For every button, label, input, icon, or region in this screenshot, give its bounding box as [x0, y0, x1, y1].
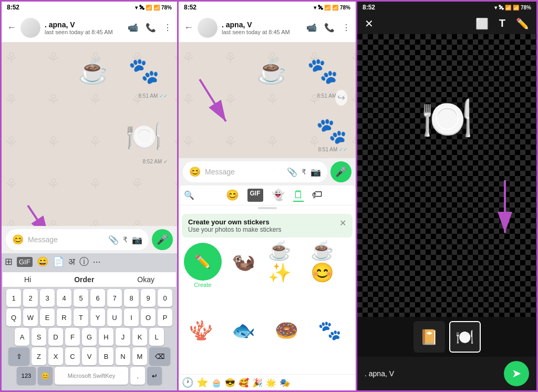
key-7[interactable]: 7 — [107, 289, 122, 307]
key-a[interactable]: A — [15, 328, 29, 346]
sticker-item-1[interactable]: 🦦 — [225, 243, 263, 281]
sticker-item-7[interactable]: 🐾 — [311, 312, 348, 349]
more-options-icon[interactable]: ⋮ — [163, 23, 172, 33]
more-options-icon-2[interactable]: ⋮ — [342, 23, 350, 33]
kb-icon-info[interactable]: ⓘ — [79, 255, 89, 268]
key-z[interactable]: Z — [32, 347, 46, 365]
emoji-icon-2[interactable]: 😊 — [189, 166, 201, 178]
key-emoji[interactable]: 😊 — [38, 367, 53, 385]
close-banner-button[interactable]: ✕ — [339, 218, 346, 228]
sticker-emoji-2[interactable]: 😎 — [225, 378, 235, 388]
sticker-item-4[interactable]: 🪸 — [182, 312, 220, 349]
attach-icon-2[interactable]: 📎 — [287, 167, 297, 177]
key-shift[interactable]: ⇧ — [8, 347, 29, 365]
sticker-emoji-4[interactable]: 🎉 — [252, 378, 263, 388]
key-s[interactable]: S — [32, 328, 46, 346]
message-placeholder-1[interactable]: Message — [28, 235, 104, 244]
key-q[interactable]: Q — [6, 308, 21, 326]
key-f[interactable]: F — [65, 328, 80, 346]
key-6[interactable]: 6 — [90, 289, 105, 307]
key-l[interactable]: L — [149, 328, 164, 346]
key-i[interactable]: I — [124, 308, 139, 326]
sticker-emoji-1[interactable]: 🧁 — [211, 378, 222, 388]
key-t[interactable]: T — [74, 308, 88, 326]
key-k[interactable]: K — [132, 328, 147, 346]
key-b[interactable]: B — [99, 347, 113, 365]
camera-icon-2[interactable]: 📷 — [311, 167, 321, 177]
rupee-icon-2[interactable]: ₹ — [302, 168, 306, 176]
sticker-item-2[interactable]: ☕✨ — [268, 243, 306, 281]
key-p[interactable]: P — [158, 308, 172, 326]
key-2[interactable]: 2 — [23, 289, 38, 307]
sticker-tab-ghost[interactable]: 👻 — [272, 189, 285, 202]
camera-icon-1[interactable]: 📷 — [132, 235, 142, 245]
key-r[interactable]: R — [57, 308, 71, 326]
tray-item-notebook[interactable]: 📔 — [413, 321, 445, 353]
back-button-2[interactable]: ← — [184, 22, 193, 33]
message-input-box-1[interactable]: 😊 Message 📎 ₹ 📷 — [6, 229, 149, 250]
suggest-okay[interactable]: Okay — [137, 275, 154, 284]
key-w[interactable]: W — [23, 308, 38, 326]
key-5[interactable]: 5 — [74, 289, 88, 307]
kb-icon-clipboard[interactable]: ⊞ — [5, 256, 13, 267]
kb-icon-more[interactable]: ··· — [93, 256, 101, 267]
key-g[interactable]: G — [82, 328, 97, 346]
create-sticker-button[interactable]: ✏️ — [184, 243, 222, 281]
search-icon-sticker[interactable]: 🔍 — [184, 190, 194, 200]
draw-icon[interactable]: ✏️ — [516, 17, 529, 30]
kb-icon-lang[interactable]: अ — [68, 256, 75, 267]
message-placeholder-2[interactable]: Message — [205, 168, 283, 176]
key-j[interactable]: J — [116, 328, 130, 346]
sticker-item-6[interactable]: 🍩 — [268, 312, 306, 349]
sticker-tab-gif[interactable]: GIF — [247, 189, 263, 202]
key-y[interactable]: Y — [90, 308, 105, 326]
key-0[interactable]: 0 — [158, 289, 172, 307]
key-m[interactable]: M — [132, 347, 147, 365]
video-call-icon-2[interactable]: 📹 — [306, 23, 317, 33]
attach-icon-1[interactable]: 📎 — [108, 235, 119, 245]
sticker-tab-custom[interactable]: 🏷 — [312, 189, 323, 202]
mic-button-1[interactable]: 🎤 — [152, 229, 173, 250]
voice-call-icon-2[interactable]: 📞 — [324, 23, 335, 33]
back-button-1[interactable]: ← — [7, 22, 16, 33]
sticker-emoji-6[interactable]: 🎭 — [280, 378, 290, 388]
suggest-order[interactable]: Order — [74, 275, 94, 284]
sticker-emoji-5[interactable]: 🌟 — [266, 378, 276, 388]
sticker-emoji-3[interactable]: 🥰 — [239, 378, 249, 388]
recent-icon[interactable]: 🕐 — [182, 377, 193, 388]
key-o[interactable]: O — [141, 308, 156, 326]
video-call-icon[interactable]: 📹 — [128, 23, 138, 33]
key-h[interactable]: H — [99, 328, 113, 346]
close-editor-button[interactable]: ✕ — [365, 17, 374, 30]
kb-icon-gif[interactable]: GIF — [17, 257, 33, 267]
send-button-editor[interactable]: ➤ — [504, 361, 529, 386]
sticker-item-3[interactable]: ☕😊 — [311, 243, 348, 281]
sticker-tab-sticker[interactable]: 🗒 — [293, 189, 304, 202]
key-d[interactable]: D — [48, 328, 63, 346]
key-1[interactable]: 1 — [6, 289, 21, 307]
kb-icon-doc[interactable]: 📄 — [53, 256, 64, 267]
key-8[interactable]: 8 — [124, 289, 139, 307]
key-4[interactable]: 4 — [57, 289, 71, 307]
fav-icon[interactable]: ⭐ — [196, 377, 208, 388]
key-u[interactable]: U — [107, 308, 122, 326]
key-enter[interactable]: ↵ — [147, 367, 162, 385]
sticker-tab-emoji[interactable]: 😊 — [226, 189, 239, 202]
message-input-box-2[interactable]: 😊 Message 📎 ₹ 📷 — [183, 161, 327, 182]
rupee-icon-1[interactable]: ₹ — [123, 235, 128, 244]
key-space[interactable]: Microsoft SwiftKey — [55, 367, 128, 385]
key-123[interactable]: 123 — [17, 367, 36, 385]
text-icon[interactable]: T — [499, 17, 505, 30]
key-x[interactable]: X — [48, 347, 63, 365]
suggest-hi[interactable]: Hi — [24, 275, 31, 284]
key-e[interactable]: E — [40, 308, 55, 326]
key-v[interactable]: V — [82, 347, 97, 365]
crop-icon[interactable]: ⬜ — [475, 17, 489, 30]
mic-button-2[interactable]: 🎤 — [330, 161, 351, 182]
key-period[interactable]: . — [130, 367, 145, 385]
key-9[interactable]: 9 — [141, 289, 156, 307]
voice-call-icon[interactable]: 📞 — [146, 23, 156, 33]
key-c[interactable]: C — [65, 347, 80, 365]
key-3[interactable]: 3 — [40, 289, 55, 307]
sticker-item-5[interactable]: 🐟 — [225, 312, 263, 349]
